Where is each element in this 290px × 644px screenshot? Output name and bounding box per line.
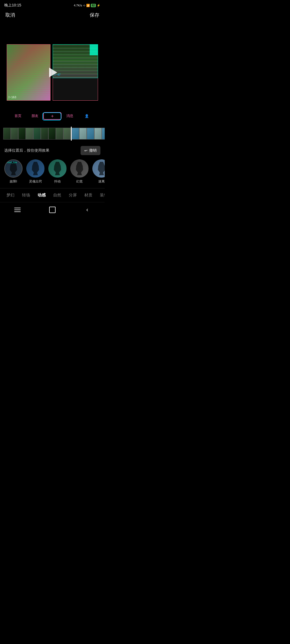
effect-item-3[interactable]: 幻觉 <box>70 159 89 184</box>
effect-thumb-0: Good_bye <box>4 159 23 178</box>
frame-r2 <box>79 128 87 140</box>
category-tabs: 梦幻转场动感自然分屏材质装饰 <box>0 188 105 202</box>
tiktok-nav-overlay: 首页 朋友 ＋ 消息 👤 <box>7 108 98 123</box>
counter-left: ▷ 163 <box>9 95 16 99</box>
surfer-icon-1 <box>31 162 39 175</box>
nav-profile[interactable]: 👤 <box>78 114 95 118</box>
menu-button[interactable] <box>13 206 22 214</box>
save-button[interactable]: 保存 <box>90 12 99 18</box>
timeline-section <box>0 123 105 143</box>
effect-thumb-1 <box>26 159 45 178</box>
nav-home[interactable]: 首页 <box>9 114 26 118</box>
effect-item-4[interactable]: 迷离 <box>92 159 105 184</box>
timeline-track[interactable] <box>0 127 105 141</box>
glitch-text-overlay: Good_bye <box>6 161 17 164</box>
effect-label-3: 幻觉 <box>76 179 83 184</box>
frame-8 <box>56 128 63 140</box>
clip-frames-left <box>3 128 71 140</box>
frame-2 <box>11 128 18 140</box>
surfer-icon-0 <box>9 162 17 175</box>
video-right-bottom <box>53 78 98 101</box>
effect-thumb-inner-1 <box>27 160 44 177</box>
status-bar: 晚上10:15 4.7K/s ⊹ 📶 82 ⚡ <box>0 0 105 10</box>
effect-label-4: 迷离 <box>98 179 105 184</box>
effect-label-0: 故障I <box>10 179 17 184</box>
clip-frames-right <box>72 128 105 140</box>
effect-thumb-3 <box>70 159 89 178</box>
surfer-icon-2 <box>53 162 61 175</box>
effect-thumb-inner-0: Good_bye <box>5 160 22 177</box>
effect-thumb-4 <box>92 159 105 178</box>
frame-r5 <box>102 128 105 140</box>
battery-icon: 82 <box>91 4 96 7</box>
effect-item-1[interactable]: 灵魂出窍 <box>26 159 45 184</box>
controls-text: 选择位置后，按住使用效果 ↩ 撤销 <box>0 143 105 157</box>
back-button[interactable]: ‹ <box>83 206 92 214</box>
category-tab-转场[interactable]: 转场 <box>18 191 34 200</box>
effect-item-2[interactable]: 抖动 <box>48 159 67 184</box>
cancel-button[interactable]: 取消 <box>5 12 15 18</box>
undo-icon: ↩ <box>84 148 88 153</box>
frame-6 <box>41 128 48 140</box>
frame-9 <box>63 128 71 140</box>
effects-row: Good_bye故障I灵魂出窍抖动幻觉迷离摇摆 <box>0 157 105 188</box>
effect-label-2: 抖动 <box>54 179 61 184</box>
bluetooth-icon: ⊹ <box>83 4 85 7</box>
video-preview: ▷ 163 ▷ 47 首页 朋友 ＋ 消息 👤 <box>7 21 98 123</box>
undo-button[interactable]: ↩ 撤销 <box>81 146 100 155</box>
category-tab-分屏[interactable]: 分屏 <box>65 191 81 200</box>
video-right-top: ▷ 47 <box>53 44 98 78</box>
frame-1 <box>3 128 11 140</box>
surfer-icon-4 <box>97 162 105 175</box>
bottom-nav: ‹ <box>0 202 105 218</box>
timeline-divider <box>71 127 72 141</box>
nav-messages[interactable]: 消息 <box>61 114 78 118</box>
effect-label-1: 灵魂出窍 <box>29 179 42 184</box>
category-tab-自然[interactable]: 自然 <box>49 191 65 200</box>
network-speed: 4.7K/s <box>74 4 82 7</box>
home-button[interactable] <box>48 206 57 214</box>
category-tab-动感[interactable]: 动感 <box>34 191 49 200</box>
play-triangle-icon <box>49 68 57 77</box>
nav-friends[interactable]: 朋友 <box>26 114 43 118</box>
status-time: 晚上10:15 <box>4 3 21 8</box>
undo-label: 撤销 <box>89 148 97 153</box>
home-square-icon <box>49 207 56 213</box>
hamburger-icon <box>14 208 21 212</box>
effect-thumb-inner-2 <box>49 160 66 177</box>
effect-thumb-inner-4 <box>93 160 105 177</box>
frame-r4 <box>94 128 102 140</box>
frame-7 <box>48 128 56 140</box>
back-arrow-icon: ‹ <box>86 206 88 213</box>
video-left-panel: ▷ 163 <box>7 44 50 101</box>
effect-thumb-inner-3 <box>71 160 88 177</box>
category-tab-材质[interactable]: 材质 <box>81 191 96 200</box>
plus-icon: ＋ <box>50 113 55 119</box>
nav-plus-button[interactable]: ＋ <box>43 112 61 120</box>
category-tab-装饰[interactable]: 装饰 <box>96 191 105 200</box>
video-corner-accent <box>90 45 98 55</box>
signal-icon: 📶 <box>86 4 90 7</box>
effect-thumb-2 <box>48 159 67 178</box>
frame-5 <box>33 128 41 140</box>
play-button[interactable] <box>46 66 59 79</box>
effect-item-0[interactable]: Good_bye故障I <box>4 159 23 184</box>
frame-r1 <box>72 128 79 140</box>
frame-4 <box>26 128 33 140</box>
charging-icon: ⚡ <box>97 4 100 7</box>
status-icons: 4.7K/s ⊹ 📶 82 ⚡ <box>74 4 100 7</box>
frame-r3 <box>87 128 94 140</box>
instruction-text: 选择位置后，按住使用效果 <box>4 148 49 153</box>
frame-3 <box>18 128 26 140</box>
category-tab-梦幻[interactable]: 梦幻 <box>3 191 18 200</box>
surfer-icon-3 <box>75 162 84 175</box>
top-bar: 取消 保存 <box>0 10 105 21</box>
